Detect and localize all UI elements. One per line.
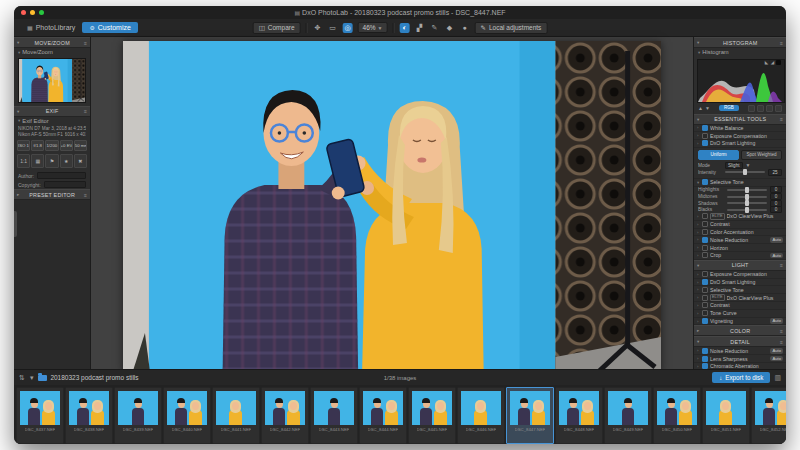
tool-checkbox[interactable] — [702, 237, 708, 243]
tool-checkbox[interactable] — [702, 213, 708, 219]
panel-menu-icon[interactable]: ≡ — [780, 262, 783, 268]
tone-slider[interactable] — [727, 202, 767, 204]
photo-thumbnail[interactable] — [69, 391, 109, 425]
compare-button[interactable]: ◫ Compare — [253, 22, 301, 34]
tool-checkbox[interactable] — [702, 140, 708, 146]
channel-g-box[interactable] — [757, 105, 764, 112]
hist-right-icon[interactable]: ▼ — [705, 105, 710, 111]
uniform-mode-button[interactable]: Uniform — [698, 150, 739, 160]
auto-badge[interactable]: Auto — [770, 253, 783, 259]
preset-editor-header[interactable]: ▸ PRESET EDITOR ≡ — [14, 189, 90, 200]
filmstrip-cell[interactable]: DSC_8440.NEF — [163, 387, 211, 444]
channel-r-box[interactable] — [748, 105, 755, 112]
mode-value[interactable]: Slight — [725, 162, 743, 169]
tool-row[interactable]: › Contrast — [694, 221, 786, 229]
tool-checkbox[interactable] — [702, 252, 708, 258]
panel-toggle-icon[interactable]: ▥ — [774, 374, 781, 382]
tool-row[interactable]: › Vignetting Auto — [694, 318, 786, 326]
channel-l-box[interactable] — [775, 105, 782, 112]
tool-checkbox[interactable] — [702, 271, 708, 277]
hist-left-icon[interactable]: ▲ — [698, 105, 703, 111]
tool-row[interactable]: › Lens Sharpness Auto — [694, 355, 786, 363]
tool-row[interactable]: › ELITE DxO ClearView Plus — [694, 213, 786, 221]
tool-checkbox[interactable] — [702, 133, 708, 139]
tone-slider[interactable] — [727, 196, 767, 198]
shadow-clip-icon[interactable]: ◣ — [764, 60, 769, 65]
mask-tool-icon[interactable]: ◆ — [445, 23, 455, 33]
photo-thumbnail[interactable] — [363, 391, 403, 425]
photo-thumbnail[interactable] — [510, 391, 550, 425]
flag-icon[interactable]: ⚑ — [45, 154, 58, 168]
filmstrip-cell[interactable]: DSC_8437.NEF — [16, 387, 64, 444]
filmstrip-cell[interactable]: DSC_8446.NEF — [457, 387, 505, 444]
photo-thumbnail[interactable] — [265, 391, 305, 425]
tone-slider[interactable] — [727, 209, 767, 211]
move-zoom-header[interactable]: ▾ MOVE/ZOOM ≡ — [14, 37, 90, 48]
panel-collapse-handle[interactable] — [14, 211, 17, 237]
trash-icon[interactable]: ✖ — [74, 154, 87, 168]
tool-row[interactable]: › White Balance — [694, 125, 786, 133]
compare-1to1-icon[interactable]: 1:1 — [17, 154, 30, 168]
tool-checkbox[interactable] — [702, 356, 708, 362]
tool-row[interactable]: › Exposure Compensation — [694, 271, 786, 279]
photo-thumbnail[interactable] — [20, 391, 60, 425]
channel-toggle[interactable]: RGB — [719, 105, 739, 111]
tool-checkbox[interactable] — [702, 221, 708, 227]
panel-menu-icon[interactable]: ≡ — [780, 40, 783, 46]
tool-checkbox[interactable] — [702, 245, 708, 251]
panel-menu-icon[interactable]: ≡ — [780, 116, 783, 122]
grid-icon[interactable]: ▦ — [31, 154, 44, 168]
tool-row[interactable]: › DxO Smart Lighting — [694, 140, 786, 148]
copyright-field[interactable] — [44, 181, 86, 188]
titlebar[interactable]: ▤DxO PhotoLab - 20180323 podcast promo s… — [14, 6, 786, 19]
photo-thumbnail[interactable] — [706, 391, 746, 425]
tool-checkbox[interactable] — [702, 287, 708, 293]
filter-icon[interactable]: ▾ — [30, 374, 34, 382]
tool-checkbox[interactable] — [702, 229, 708, 235]
blackpoint-icon[interactable]: ■ — [776, 60, 781, 65]
zoom-tool-icon[interactable]: ◎ — [343, 23, 353, 33]
tool-row[interactable]: › Tone Curve — [694, 310, 786, 318]
light-header[interactable]: ▾ LIGHT ≡ — [694, 260, 786, 271]
filmstrip-cell[interactable]: DSC_8449.NEF — [604, 387, 652, 444]
sort-icon[interactable]: ⇅ — [19, 374, 25, 382]
tool-checkbox[interactable] — [702, 310, 708, 316]
auto-badge[interactable]: Auto — [770, 237, 783, 243]
tool-row[interactable]: › Selective Tone — [694, 286, 786, 294]
navigator-thumbnail[interactable] — [18, 58, 86, 103]
photo-thumbnail[interactable] — [755, 391, 786, 425]
exif-header[interactable]: ▾ EXIF ≡ — [14, 106, 90, 117]
filmstrip-cell[interactable]: DSC_8450.NEF — [653, 387, 701, 444]
highlight-clip-icon[interactable]: ◢ — [770, 60, 775, 65]
tool-checkbox[interactable] — [702, 179, 708, 185]
filmstrip-cell[interactable]: DSC_8447.NEF — [506, 387, 554, 444]
filmstrip-cell[interactable]: DSC_8452.NEF — [751, 387, 786, 444]
histogram-subrow[interactable]: ▾ Histogram — [694, 48, 786, 57]
tool-checkbox[interactable] — [702, 125, 708, 131]
photo-thumbnail[interactable] — [167, 391, 207, 425]
panel-menu-icon[interactable]: ≡ — [84, 108, 87, 114]
panel-menu-icon[interactable]: ≡ — [84, 192, 87, 198]
intensity-slider[interactable] — [725, 171, 765, 173]
speed-icon[interactable]: ★ — [60, 154, 73, 168]
tool-row[interactable]: › Color Accentuation — [694, 229, 786, 237]
crop-tool-icon[interactable]: ▭ — [328, 23, 338, 33]
tone-slider[interactable] — [727, 189, 767, 191]
pan-hand-icon[interactable]: ✥ — [313, 23, 323, 33]
filmstrip-cell[interactable]: DSC_8439.NEF — [114, 387, 162, 444]
tool-row[interactable]: › Exposure Compensation — [694, 132, 786, 140]
tool-row[interactable]: › ELITE DxO ClearView Plus — [694, 294, 786, 302]
filmstrip-cell[interactable]: DSC_8444.NEF — [359, 387, 407, 444]
tool-row[interactable]: › Horizon — [694, 244, 786, 252]
tool-checkbox[interactable] — [702, 318, 708, 324]
filmstrip-cell[interactable]: DSC_8451.NEF — [702, 387, 750, 444]
local-adjustments-button[interactable]: ✎ Local adjustments — [475, 22, 548, 34]
histogram-header[interactable]: ▾ HISTOGRAM ≡ — [694, 37, 786, 48]
author-field[interactable] — [37, 172, 86, 179]
color-header[interactable]: ▸ COLOR ≡ — [694, 325, 786, 336]
eraser-tool-icon[interactable]: ● — [460, 23, 470, 33]
photo-thumbnail[interactable] — [559, 391, 599, 425]
tool-row[interactable]: › Crop Auto — [694, 252, 786, 260]
photo-thumbnail[interactable] — [608, 391, 648, 425]
auto-badge[interactable]: Auto — [770, 348, 783, 354]
